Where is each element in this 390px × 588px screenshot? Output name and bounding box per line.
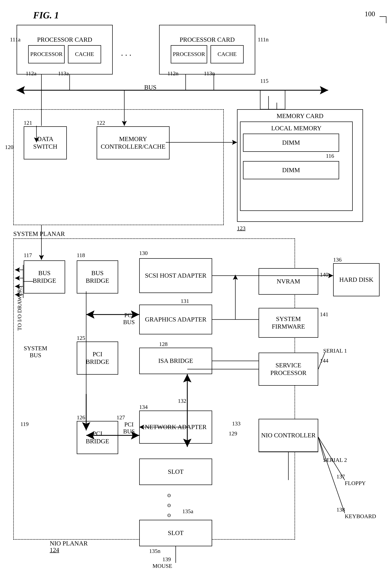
ref-111n: 111n bbox=[258, 37, 269, 43]
floppy-label: FLOPPY bbox=[345, 480, 366, 486]
bus-bridge-117: BUSBRIDGE bbox=[24, 260, 65, 294]
nvram: NVRAM bbox=[259, 268, 318, 295]
figure-ref: 100 bbox=[365, 10, 375, 18]
ref-130: 130 bbox=[139, 250, 148, 256]
figure-title: FIG. 1 bbox=[33, 10, 59, 21]
system-firmware: SYSTEM FIRMWARE bbox=[259, 308, 318, 338]
processor-card-a-label: PROCESSOR CARD bbox=[19, 36, 110, 43]
keyboard-label: KEYBOARD bbox=[345, 513, 376, 519]
memory-controller: MEMORYCONTROLLER/CACHE bbox=[97, 126, 170, 159]
ref-113a: 113a bbox=[58, 70, 69, 77]
ref-131: 131 bbox=[181, 298, 189, 304]
local-memory-box: LOCAL MEMORY DIMM 116 DIMM bbox=[240, 121, 353, 211]
processor-n: PROCESSOR bbox=[171, 45, 207, 63]
ref-133: 133 bbox=[232, 421, 241, 427]
slot-135n: SLOT bbox=[139, 520, 212, 546]
ref-139: 139 bbox=[162, 556, 171, 562]
ref-135a: 135a bbox=[182, 508, 193, 514]
data-switch: DATASWITCH bbox=[24, 126, 67, 159]
processor-card-n: PROCESSOR CARD PROCESSOR CACHE bbox=[159, 25, 255, 75]
system-planar-box: DATASWITCH MEMORYCONTROLLER/CACHE 121 12… bbox=[13, 109, 224, 225]
dots-between-cards: . . . bbox=[121, 48, 131, 58]
dimm2: DIMM bbox=[243, 161, 339, 179]
ref-116: 116 bbox=[326, 153, 334, 159]
ref-118-inner: 118 bbox=[77, 252, 85, 258]
ref-125: 125 bbox=[77, 335, 85, 341]
ref-141: 141 bbox=[320, 311, 328, 317]
network-adapter: NETWORK ADAPTER bbox=[139, 411, 212, 444]
system-planar-label: SYSTEM PLANAR bbox=[13, 230, 65, 237]
io-drawers-label: TO I/O DRAWERS bbox=[16, 286, 23, 331]
pci-bridge-125: PCIBRIDGE bbox=[77, 342, 118, 375]
ref-137: 137 bbox=[337, 473, 345, 480]
diagram: FIG. 1 100 PROCESSOR CARD PROCESSOR CACH… bbox=[0, 0, 390, 588]
serial1-label: SERIAL 1 bbox=[323, 348, 347, 354]
ref-112a: 112a bbox=[26, 70, 37, 77]
ref-136: 136 bbox=[333, 257, 341, 263]
pci-bridge-126: PCIBRIDGE bbox=[77, 421, 118, 454]
ref-119: 119 bbox=[20, 421, 29, 427]
dimm1: DIMM bbox=[243, 134, 339, 152]
bus-bridge-118: BUSBRIDGE bbox=[77, 260, 118, 294]
ref-129: 129 bbox=[229, 431, 237, 437]
processor-card-n-label: PROCESSOR CARD bbox=[161, 36, 253, 43]
cache-a: CACHE bbox=[68, 45, 101, 63]
memory-card-outer: MEMORY CARD LOCAL MEMORY DIMM 116 DIMM bbox=[237, 109, 363, 222]
pci-bus-bot-label: PCIBUS bbox=[123, 421, 135, 435]
ref-127: 127 bbox=[116, 414, 125, 421]
ref-111a: 111a bbox=[10, 37, 21, 43]
scsi-adapter: SCSI HOST ADAPTER bbox=[139, 258, 212, 293]
local-memory-label: LOCAL MEMORY bbox=[243, 124, 350, 132]
isa-bridge: ISA BRIDGE bbox=[139, 348, 212, 374]
ref-117-inner: 117 bbox=[24, 252, 32, 258]
pci-bus-top-label: PCIBUS bbox=[123, 312, 135, 326]
service-processor: SERVICE PROCESSOR bbox=[259, 353, 318, 386]
cache-n: CACHE bbox=[210, 45, 244, 63]
ref-135n: 135n bbox=[149, 548, 160, 554]
ref-144: 144 bbox=[320, 357, 328, 364]
ref-123: 123 bbox=[237, 225, 245, 232]
ref-138: 138 bbox=[337, 507, 345, 513]
ref-126: 126 bbox=[77, 414, 85, 421]
ref-112n: 112n bbox=[167, 70, 179, 77]
ref-113n: 113n bbox=[204, 70, 215, 77]
processor-a: PROCESSOR bbox=[28, 45, 65, 63]
slot-135a: SLOT bbox=[139, 459, 212, 485]
hard-disk: HARD DISK bbox=[333, 263, 380, 296]
nio-controller: NIO CONTROLLER bbox=[259, 419, 318, 452]
ref-140: 140 bbox=[320, 272, 328, 278]
graphics-adapter: GRAPHICS ADAPTER bbox=[139, 305, 212, 334]
serial2-label: SERIAL 2 bbox=[323, 457, 347, 463]
processor-card-a: PROCESSOR CARD PROCESSOR CACHE bbox=[17, 25, 113, 75]
ref-120: 120 bbox=[5, 144, 13, 150]
ref-121: 121 bbox=[24, 120, 32, 126]
dots-135: ooo bbox=[167, 490, 171, 520]
memory-card-label: MEMORY CARD bbox=[240, 112, 360, 120]
bus-label: BUS bbox=[144, 84, 156, 91]
ref-128: 128 bbox=[159, 341, 168, 347]
ref-115: 115 bbox=[260, 78, 269, 84]
nio-planar-label: NIO PLANAR bbox=[50, 540, 88, 547]
system-bus-label: SYSTEMBUS bbox=[24, 345, 47, 359]
ref-132: 132 bbox=[178, 398, 186, 404]
mouse-label: MOUSE bbox=[152, 563, 172, 569]
ref-134: 134 bbox=[139, 404, 148, 410]
ref-124: 124 bbox=[50, 546, 59, 553]
ref-122: 122 bbox=[97, 120, 105, 126]
